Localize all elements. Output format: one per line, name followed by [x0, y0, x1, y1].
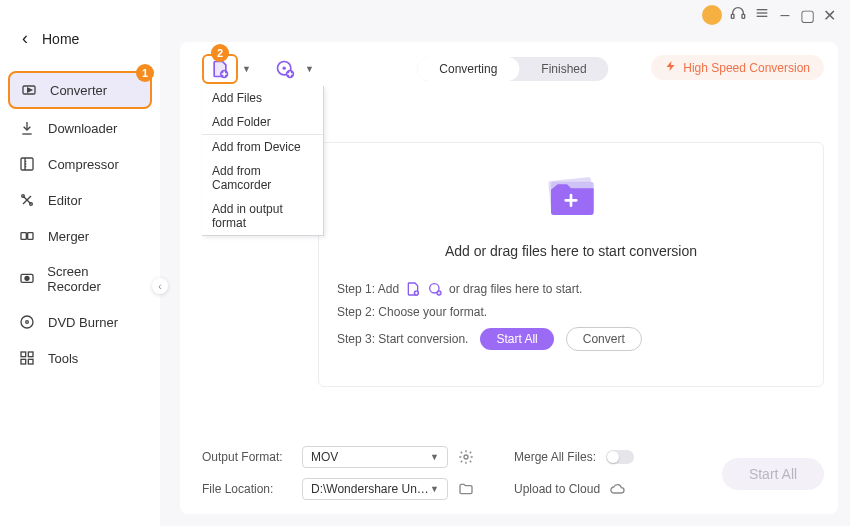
- svg-rect-19: [28, 359, 33, 364]
- compress-icon: [18, 156, 36, 172]
- add-files-button[interactable]: 2: [202, 54, 238, 84]
- back-button[interactable]: ‹: [22, 28, 28, 49]
- home-label[interactable]: Home: [42, 31, 79, 47]
- sidebar-item-label: Screen Recorder: [47, 264, 142, 294]
- step-3-text: Step 3: Start conversion.: [337, 332, 468, 346]
- sidebar-item-compressor[interactable]: Compressor: [8, 147, 152, 181]
- sidebar-item-screen-recorder[interactable]: Screen Recorder: [8, 255, 152, 303]
- main: 2 ▼ Add Files Add Folder Add from Device…: [160, 0, 850, 526]
- step-2: Step 2: Choose your format.: [337, 305, 805, 319]
- svg-point-22: [282, 67, 285, 70]
- callout-badge-1: 1: [136, 64, 154, 82]
- sidebar-item-merger[interactable]: Merger: [8, 219, 152, 253]
- file-location-select[interactable]: D:\Wondershare UniConverter 1 ▼: [302, 478, 448, 500]
- output-format-select[interactable]: MOV ▼: [302, 446, 448, 468]
- chevron-down-icon[interactable]: ▼: [305, 64, 314, 74]
- tab-finished[interactable]: Finished: [519, 57, 608, 81]
- svg-point-14: [21, 316, 33, 328]
- add-button-group: 2 ▼ Add Files Add Folder Add from Device…: [202, 54, 251, 84]
- sidebar-item-dvd-burner[interactable]: DVD Burner: [8, 305, 152, 339]
- file-location-label: File Location:: [202, 482, 292, 496]
- svg-point-13: [25, 276, 29, 280]
- callout-badge-2: 2: [211, 44, 229, 62]
- folder-graphic: [531, 165, 611, 225]
- nav-list: Converter 1 Downloader Compressor Editor…: [0, 71, 160, 375]
- sidebar-item-editor[interactable]: Editor: [8, 183, 152, 217]
- step-1: Step 1: Add or drag files here to start.: [337, 281, 805, 297]
- chevron-down-icon: ▼: [430, 452, 439, 462]
- add-dvd-button[interactable]: [267, 54, 303, 84]
- sidebar-item-label: Editor: [48, 193, 82, 208]
- add-file-icon[interactable]: [405, 281, 421, 297]
- svg-rect-16: [21, 352, 26, 357]
- dropdown-add-device[interactable]: Add from Device: [202, 135, 323, 159]
- converter-icon: [20, 82, 38, 98]
- output-format-label: Output Format:: [202, 450, 292, 464]
- start-all-button[interactable]: Start All: [722, 458, 824, 490]
- svg-rect-10: [21, 233, 26, 240]
- upload-label: Upload to Cloud: [514, 482, 600, 496]
- merger-icon: [18, 228, 36, 244]
- home-row: ‹ Home: [0, 10, 160, 71]
- sidebar-item-label: Downloader: [48, 121, 117, 136]
- step-1-post: or drag files here to start.: [449, 282, 582, 296]
- svg-marker-6: [28, 88, 32, 92]
- tools-icon: [18, 350, 36, 366]
- svg-rect-11: [28, 233, 33, 240]
- sidebar: ‹ Home Converter 1 Downloader Compressor…: [0, 0, 160, 526]
- tab-converting[interactable]: Converting: [417, 57, 519, 81]
- start-all-small-button[interactable]: Start All: [480, 328, 553, 350]
- dropdown-add-files[interactable]: Add Files: [202, 86, 323, 110]
- sidebar-item-downloader[interactable]: Downloader: [8, 111, 152, 145]
- sidebar-item-converter[interactable]: Converter 1: [8, 71, 152, 109]
- steps: Step 1: Add or drag files here to start.…: [319, 281, 823, 359]
- sidebar-item-label: DVD Burner: [48, 315, 118, 330]
- file-location-value: D:\Wondershare UniConverter 1: [311, 482, 430, 496]
- cloud-icon[interactable]: [610, 481, 626, 497]
- svg-rect-17: [28, 352, 33, 357]
- dvd-icon: [18, 314, 36, 330]
- chevron-down-icon[interactable]: ▼: [242, 64, 251, 74]
- add-dropdown-menu: Add Files Add Folder Add from Device Add…: [202, 86, 324, 236]
- dropzone-title: Add or drag files here to start conversi…: [445, 243, 697, 259]
- topbar: 2 ▼ Add Files Add Folder Add from Device…: [202, 56, 824, 82]
- gear-icon[interactable]: [458, 449, 474, 465]
- high-speed-label: High Speed Conversion: [683, 61, 810, 75]
- high-speed-button[interactable]: High Speed Conversion: [651, 55, 824, 80]
- add-dvd-icon[interactable]: [427, 281, 443, 297]
- sidebar-item-label: Converter: [50, 83, 107, 98]
- folder-icon[interactable]: [458, 481, 474, 497]
- lightning-icon: [665, 60, 677, 75]
- svg-rect-7: [21, 158, 33, 170]
- svg-point-15: [26, 321, 29, 324]
- convert-button[interactable]: Convert: [566, 327, 642, 351]
- sidebar-item-label: Merger: [48, 229, 89, 244]
- merge-toggle[interactable]: [606, 450, 634, 464]
- svg-point-29: [464, 455, 468, 459]
- step-3: Step 3: Start conversion. Start All Conv…: [337, 327, 805, 351]
- editor-icon: [18, 192, 36, 208]
- sidebar-item-tools[interactable]: Tools: [8, 341, 152, 375]
- step-1-pre: Step 1: Add: [337, 282, 399, 296]
- content-card: 2 ▼ Add Files Add Folder Add from Device…: [180, 42, 838, 514]
- dropdown-add-folder[interactable]: Add Folder: [202, 110, 323, 134]
- output-format-value: MOV: [311, 450, 338, 464]
- download-icon: [18, 120, 36, 136]
- svg-rect-18: [21, 359, 26, 364]
- step-2-text: Step 2: Choose your format.: [337, 305, 487, 319]
- tab-segmented: Converting Finished: [417, 57, 608, 81]
- dropdown-add-output-format[interactable]: Add in output format: [202, 197, 323, 235]
- sidebar-item-label: Compressor: [48, 157, 119, 172]
- merge-label: Merge All Files:: [514, 450, 596, 464]
- chevron-down-icon: ▼: [430, 484, 439, 494]
- dropdown-add-camcorder[interactable]: Add from Camcorder: [202, 159, 323, 197]
- dropzone[interactable]: Add or drag files here to start conversi…: [318, 142, 824, 387]
- sidebar-item-label: Tools: [48, 351, 78, 366]
- recorder-icon: [18, 271, 35, 287]
